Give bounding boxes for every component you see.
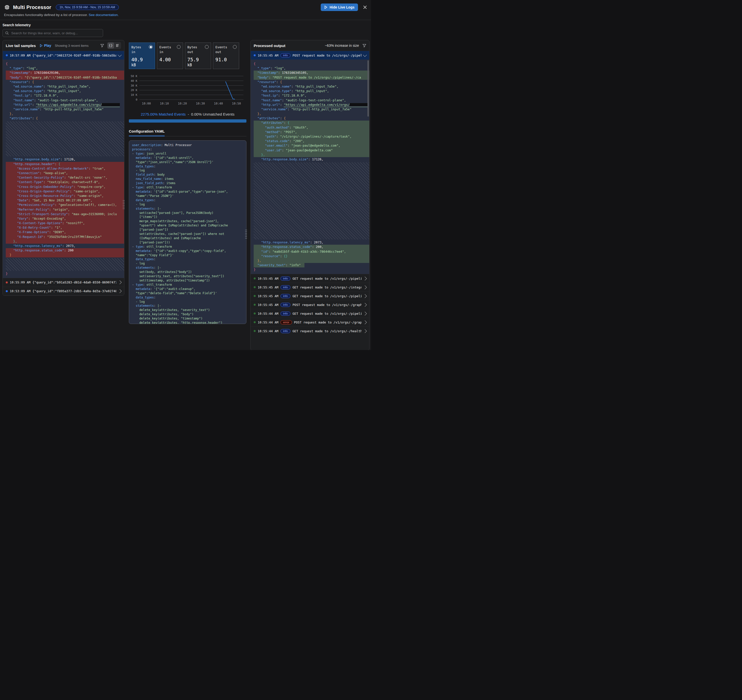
search-icon bbox=[5, 31, 9, 35]
code-line: "http.response.body.size": 17126, bbox=[254, 157, 369, 162]
code-line: "http.response.status_code": 200 bbox=[6, 248, 124, 253]
code-line: "X-Ed-Retry-Count": "1", bbox=[6, 225, 124, 230]
tab-configuration-yaml[interactable]: Configuration YAML bbox=[129, 129, 165, 136]
metric-card-bytes-out[interactable]: Bytesout75.9kB bbox=[185, 43, 211, 69]
code-line: "Permissions-Policy": "geolocation=(self… bbox=[6, 203, 124, 207]
code-line: "X-Content-Type-Options": "nosniff", bbox=[6, 221, 124, 225]
svg-text:10:10: 10:10 bbox=[160, 102, 169, 105]
log-row[interactable]: 10:55:09 AM{"query_id":"b91a5283-d81d-4d… bbox=[3, 278, 124, 287]
yaml-line: merge_maps(attributes, cache["parsed-jso… bbox=[132, 219, 243, 223]
yaml-line: ["parsed-json"]) bbox=[132, 228, 243, 232]
code-line: "Referrer-Policy": "origin", bbox=[6, 208, 124, 212]
view-mode-toggle: {} bbox=[107, 42, 121, 49]
time-range-pill[interactable]: 1h, Nov, 15 9:59 AM - Nov, 15 10:59 AM bbox=[56, 4, 119, 10]
code-line: "attributes": { bbox=[6, 116, 124, 121]
log-row[interactable]: 10:55:45 AMinfoGET request made to /v1/o… bbox=[251, 283, 369, 292]
code-line: }, bbox=[254, 112, 369, 116]
code-line: "body": "POST request made to /v1/orgs/-… bbox=[254, 75, 369, 80]
log-row[interactable]: 10:55:45 AMinfoGET request made to /v1/o… bbox=[251, 274, 369, 283]
chevron-right-icon[interactable] bbox=[363, 286, 367, 289]
code-line: } bbox=[254, 267, 369, 272]
log-row[interactable]: 10:53:09 AM{"query_id":"f895a377-2db5-4a… bbox=[3, 287, 124, 295]
svg-text:50 K: 50 K bbox=[131, 75, 138, 78]
code-line: "Strict-Transport-Security": "max-age=31… bbox=[6, 212, 124, 217]
chevron-right-icon[interactable] bbox=[363, 294, 367, 298]
severity-badge: info bbox=[280, 303, 291, 307]
yaml-line: statements: |- bbox=[132, 266, 243, 270]
chevron-right-icon[interactable] bbox=[363, 312, 367, 316]
metric-card-events-in[interactable]: Eventsin4.00 bbox=[157, 43, 183, 69]
scrollbar-thumb[interactable] bbox=[368, 60, 369, 116]
chevron-right-icon[interactable] bbox=[118, 280, 122, 284]
chevron-right-icon[interactable] bbox=[363, 329, 367, 333]
list-view-button[interactable] bbox=[114, 43, 121, 49]
code-line: "id": "ea8d1b5f-6ab9-41b3-a3dc-786446cc7… bbox=[254, 249, 369, 254]
code-line: "http.response.status_code": 200, bbox=[254, 245, 369, 249]
code-line: "Date": "Sat, 15 Nov 2025 00:27:09 GMT", bbox=[6, 198, 124, 203]
chevron-right-icon[interactable] bbox=[363, 303, 367, 307]
metric-card-events-out[interactable]: Eventsout91.0 bbox=[213, 43, 239, 69]
metric-radio[interactable] bbox=[233, 45, 237, 49]
log-row[interactable]: 10:55:45 AMinfoGET request made to /v1/o… bbox=[251, 292, 369, 300]
size-increase-label: ~63% increase in size bbox=[325, 44, 359, 47]
code-line: "_type": "log", bbox=[6, 66, 124, 71]
panel-resize-handle[interactable] bbox=[245, 229, 247, 239]
panel-resize-handle[interactable] bbox=[122, 200, 125, 210]
filter-icon[interactable] bbox=[100, 44, 104, 47]
page-title: Multi Processor bbox=[13, 4, 51, 10]
close-icon[interactable] bbox=[363, 5, 367, 9]
chevron-right-icon[interactable] bbox=[363, 277, 367, 281]
status-dot bbox=[254, 54, 256, 56]
yaml-line: statements: |- bbox=[132, 207, 243, 211]
yaml-line: set(timestamp, attributes["timestamp"]) bbox=[132, 279, 243, 283]
yaml-line: processors: bbox=[132, 147, 243, 152]
status-dot bbox=[254, 304, 256, 306]
svg-text:10:50: 10:50 bbox=[232, 102, 241, 105]
live-tail-json-view: { "_type": "log", "timestamp": 176316642… bbox=[3, 59, 124, 278]
metric-radio[interactable] bbox=[177, 45, 181, 49]
json-view-button[interactable]: {} bbox=[107, 43, 114, 49]
severity-badge: info bbox=[280, 53, 291, 57]
code-line: "host.ip": "172.18.0.9", bbox=[6, 93, 124, 98]
code-line: } bbox=[6, 271, 124, 276]
yaml-line: "name":"Parse JSON"}' bbox=[132, 194, 243, 198]
documentation-link[interactable]: See documentation. bbox=[88, 13, 119, 17]
yaml-line: set(attributes, cache["parsed-json"]) wh… bbox=[132, 232, 243, 236]
code-line: "_type": "log", bbox=[254, 66, 369, 71]
status-dot bbox=[6, 281, 8, 283]
yaml-line: statements: |- bbox=[132, 304, 243, 308]
metric-card-bytes-in[interactable]: Bytesin40.9kB bbox=[129, 43, 155, 69]
configuration-yaml-view: user_description: Multi Processorprocess… bbox=[129, 140, 246, 324]
log-row[interactable]: 10:55:44 AMinfoGET request made to /v1/o… bbox=[251, 309, 369, 318]
chevron-right-icon[interactable] bbox=[363, 320, 367, 324]
log-row[interactable]: 10:55:44 AMerrorPOST request made to /v1… bbox=[251, 318, 369, 327]
yaml-line: - log bbox=[132, 168, 243, 172]
filter-icon[interactable] bbox=[362, 44, 366, 47]
showing-count-label: Showing 3 recent items bbox=[55, 44, 88, 47]
metric-radio[interactable] bbox=[205, 45, 209, 49]
hide-live-logs-button[interactable]: Hide Live Logs bbox=[321, 3, 358, 11]
severity-badge: info bbox=[280, 294, 291, 298]
code-line: "auth.method": "OAuth", bbox=[254, 125, 369, 130]
code-line: "service.name": "http-pull-http_pull_inp… bbox=[254, 107, 369, 112]
live-tail-expanded-row[interactable]: 10:57:09 AM {"query_id":"34613724-92df-4… bbox=[3, 51, 124, 59]
play-icon bbox=[40, 44, 43, 47]
log-row[interactable]: 10:55:45 AMinfoPOST request made to /v1/… bbox=[251, 300, 369, 309]
processed-expanded-row[interactable]: 10:55:45 AM info POST request made to /v… bbox=[251, 51, 369, 59]
play-button[interactable]: Play bbox=[40, 44, 51, 47]
processor-icon bbox=[4, 4, 10, 10]
code-line: "attributes": { bbox=[254, 121, 369, 125]
config-tab-row: Configuration YAML bbox=[129, 129, 246, 136]
search-input[interactable] bbox=[11, 31, 100, 35]
metric-radio[interactable] bbox=[149, 45, 153, 49]
chevron-down-icon[interactable] bbox=[118, 53, 122, 57]
log-row[interactable]: 10:55:44 AMinfoGET request made to /v1/o… bbox=[251, 327, 369, 335]
yaml-line: ["parsed-json"])) bbox=[132, 240, 243, 245]
chevron-right-icon[interactable] bbox=[118, 289, 122, 293]
yaml-line: delete_key(attributes, "body") bbox=[132, 312, 243, 317]
processed-json-view: { "_type": "log", "timestamp": 176316634… bbox=[251, 59, 369, 274]
code-line: "Content-Type": "text/plain; charset=utf… bbox=[6, 180, 124, 184]
code-line: "ed.source.type": "http_pull_input", bbox=[254, 89, 369, 93]
chevron-down-icon[interactable] bbox=[363, 53, 367, 57]
svg-text:40 K: 40 K bbox=[131, 79, 138, 83]
